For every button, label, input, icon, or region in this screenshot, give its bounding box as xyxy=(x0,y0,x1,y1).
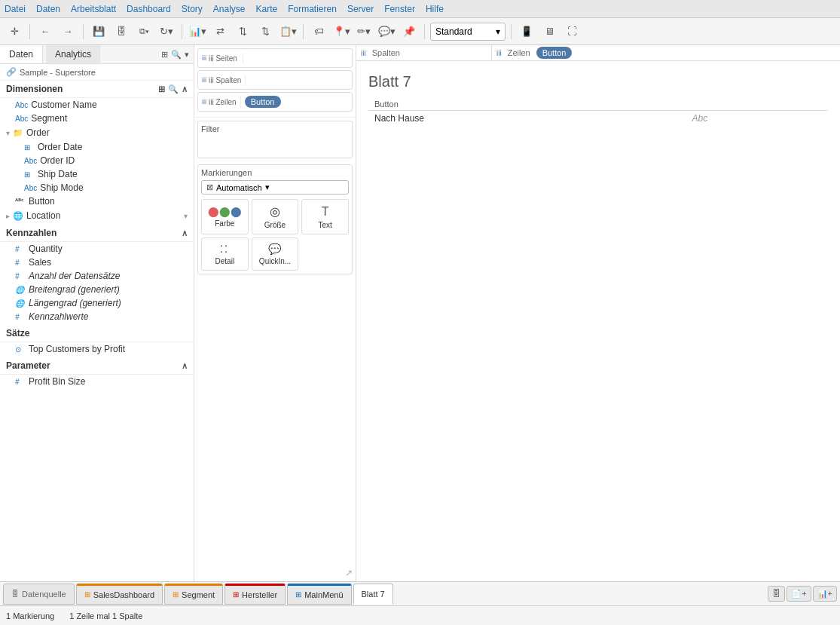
field-profit-bin-size[interactable]: # Profit Bin Size xyxy=(0,375,194,388)
device-preview-icon[interactable]: 📱 xyxy=(517,22,536,41)
tab-analytics[interactable]: Analytics xyxy=(46,45,100,63)
measures-collapse-icon[interactable]: ∧ xyxy=(182,228,188,238)
tab-hersteller-label: Hersteller xyxy=(242,590,277,599)
sort-desc-icon[interactable]: ⇅ xyxy=(255,22,275,41)
view-rows-pill[interactable]: Button xyxy=(536,47,573,59)
pages-shelf-label: iii iii Seiten xyxy=(198,53,243,64)
field-label: Quantity xyxy=(29,244,63,254)
field-quantity[interactable]: # Quantity xyxy=(0,242,194,256)
new-sheet-tab-icon[interactable]: 📄+ xyxy=(787,586,811,602)
annotation-icon[interactable]: ✏▾ xyxy=(354,22,374,41)
view-rows-shelf: iii Zeilen Button xyxy=(492,45,840,60)
dimensions-section-header: Dimensionen ⊞ 🔍 ∧ xyxy=(0,81,194,98)
location-expand-arrow: ▾ xyxy=(184,212,188,220)
menu-server[interactable]: Server xyxy=(347,4,374,14)
marks-text-button[interactable]: T Text xyxy=(301,199,349,234)
toolbar-separator-1 xyxy=(29,24,30,39)
menu-hilfe[interactable]: Hilfe xyxy=(426,4,444,14)
menu-dashboard[interactable]: Dashboard xyxy=(127,4,171,14)
menu-karte[interactable]: Karte xyxy=(256,4,278,14)
tab-blatt7[interactable]: Blatt 7 xyxy=(353,584,393,605)
quickinfo-label: QuickIn... xyxy=(259,257,291,265)
refresh-icon[interactable]: ↻▾ xyxy=(157,22,176,41)
field-group-location[interactable]: ▸ 🌐 Location ▾ xyxy=(0,208,194,223)
rows-pill-container: Button xyxy=(241,95,285,109)
view-size-dropdown[interactable]: Standard ▾ xyxy=(430,23,506,41)
field-label: Längengrad (generiert) xyxy=(29,298,121,308)
field-order-id[interactable]: Abc Order ID xyxy=(0,154,194,167)
field-measure-values[interactable]: # Kennzahlwerte xyxy=(0,310,194,323)
toolbar-separator-4 xyxy=(303,24,304,39)
tab-mainmenu[interactable]: ⊞ MainMenü xyxy=(287,584,351,605)
parameters-section-header: Parameter ∧ xyxy=(0,357,194,375)
menu-daten[interactable]: Daten xyxy=(36,4,60,14)
parameters-expand-icon[interactable]: ∧ xyxy=(182,361,188,371)
dimensions-grid-icon[interactable]: ⊞ xyxy=(158,84,165,94)
dropdown-arrow-icon: ▾ xyxy=(496,26,500,37)
swap-icon[interactable]: ⇄ xyxy=(210,22,230,41)
marks-detail-button[interactable]: ⁚⁚ Detail xyxy=(201,237,249,271)
marks-quickinfo-button[interactable]: 💬 QuickIn... xyxy=(252,237,299,271)
tab-mainmenu-label: MainMenü xyxy=(304,590,343,599)
sort-asc-icon[interactable]: ⇅ xyxy=(233,22,252,41)
field-ship-mode[interactable]: Abc Ship Mode xyxy=(0,181,194,195)
grid-view-icon[interactable]: ⊞ xyxy=(161,50,168,60)
field-group-order[interactable]: ▾ 📁 Order xyxy=(0,125,194,140)
dimensions-collapse-icon[interactable]: ∧ xyxy=(182,84,188,94)
marks-groesse-button[interactable]: ◎ Größe xyxy=(252,199,299,234)
tab-hersteller[interactable]: ⊞ Hersteller xyxy=(225,584,286,605)
menu-formatieren[interactable]: Formatieren xyxy=(288,4,337,14)
chart-type-icon[interactable]: 📋▾ xyxy=(278,22,298,41)
field-top-customers[interactable]: ⊙ Top Customers by Profit xyxy=(0,342,194,356)
menu-analyse[interactable]: Analyse xyxy=(213,4,246,14)
tooltip-icon[interactable]: 💬▾ xyxy=(377,22,396,41)
dimensions-search-icon[interactable]: 🔍 xyxy=(168,84,179,94)
menu-arbeitsblatt[interactable]: Arbeitsblatt xyxy=(71,4,116,14)
field-latitude[interactable]: 🌐 Breitengrad (generiert) xyxy=(0,283,194,296)
new-datasource-tab-icon[interactable]: 🗄 xyxy=(768,586,785,602)
tab-salesdashboard[interactable]: ⊞ SalesDashboard xyxy=(76,584,163,605)
field-record-count[interactable]: # Anzahl der Datensätze xyxy=(0,269,194,283)
toolbar: ✛ ← → 💾 🗄 ⧉▾ ↻▾ 📊▾ ⇄ ⇅ ⇅ 📋▾ 🏷 📍▾ ✏▾ 💬▾ 📌… xyxy=(0,18,840,45)
highlight-icon[interactable]: 📍▾ xyxy=(331,22,351,41)
grid-icon-3: ⊞ xyxy=(295,590,301,599)
filter-label: Filter xyxy=(201,124,349,133)
field-button[interactable]: ᴬᴮᶜ Button xyxy=(0,195,194,208)
field-segment[interactable]: Abc Segment xyxy=(0,112,194,125)
field-order-date[interactable]: ⊞ Order Date xyxy=(0,140,194,154)
hash-icon: # xyxy=(15,313,26,321)
menu-datei[interactable]: Datei xyxy=(5,4,26,14)
dimensions-header-icons: ⊞ 🔍 ∧ xyxy=(158,84,188,94)
field-customer-name[interactable]: Abc Customer Name xyxy=(0,98,194,112)
new-worksheet-icon[interactable]: 📊▾ xyxy=(188,22,207,41)
save-icon[interactable]: 💾 xyxy=(89,22,108,41)
new-datasource-icon[interactable]: 🗄 xyxy=(111,22,131,41)
pin-icon[interactable]: 📌 xyxy=(399,22,419,41)
tab-datenquelle[interactable]: 🗄 Datenquelle xyxy=(3,584,75,605)
field-ship-date[interactable]: ⊞ Ship Date xyxy=(0,167,194,181)
field-list: Abc Customer Name Abc Segment ▾ 📁 Order … xyxy=(0,98,194,581)
new-dashboard-tab-icon[interactable]: 📊+ xyxy=(813,586,837,602)
fullscreen-icon[interactable]: ⛶ xyxy=(562,22,582,41)
marks-type-dropdown[interactable]: ⊠ Automatisch ▾ xyxy=(201,180,349,195)
view-columns-label-text: Spalten xyxy=(372,48,400,57)
menu-fenster[interactable]: Fenster xyxy=(384,4,415,14)
show-labels-icon[interactable]: 🏷 xyxy=(309,22,328,41)
marks-farbe-button[interactable]: ⬤⬤⬤ Farbe xyxy=(201,199,249,234)
field-sales[interactable]: # Sales xyxy=(0,256,194,269)
forward-icon[interactable]: → xyxy=(58,22,78,41)
menu-story[interactable]: Story xyxy=(182,4,203,14)
toolbar-separator-2 xyxy=(83,24,84,39)
field-longitude[interactable]: 🌐 Längengrad (generiert) xyxy=(0,296,194,310)
move-tool-icon[interactable]: ✛ xyxy=(5,22,24,41)
rows-pill[interactable]: Button xyxy=(245,96,281,108)
search-icon[interactable]: 🔍 xyxy=(171,50,182,60)
table-col-button: Button xyxy=(368,98,686,111)
back-icon[interactable]: ← xyxy=(35,22,55,41)
duplicate-icon[interactable]: ⧉▾ xyxy=(134,22,154,41)
datasource-label[interactable]: 🔗 Sample - Superstore xyxy=(0,64,194,81)
sort-fields-icon[interactable]: ▾ xyxy=(185,50,189,60)
tab-segment[interactable]: ⊞ Segment xyxy=(164,584,223,605)
presentation-icon[interactable]: 🖥 xyxy=(539,22,559,41)
tab-daten[interactable]: Daten xyxy=(0,45,43,63)
